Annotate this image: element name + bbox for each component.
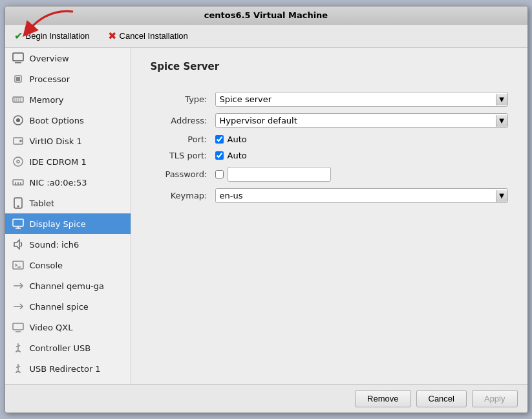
controller-usb-icon [12,341,25,354]
sidebar-item-display-spice[interactable]: Display Spice [5,213,131,234]
port-auto-row: Auto [215,134,508,144]
address-dropdown[interactable]: Hypervisor default ▼ [215,113,508,128]
boot-options-label: Boot Options [30,116,84,125]
sidebar-item-controller-usb[interactable]: Controller USB [5,338,131,358]
display-spice-label: Display Spice [30,219,86,229]
port-row: Port: Auto [151,134,508,144]
sidebar-item-ide-cdrom[interactable]: IDE CDROM 1 [5,151,131,172]
title-bar: centos6.5 Virtual Machine [5,6,527,25]
password-input[interactable] [228,167,331,182]
keymap-label: Keymap: [151,188,215,203]
main-panel: Spice Server Type: Spice server ▼ Addres… [131,48,527,384]
type-dropdown[interactable]: Spice server ▼ [215,92,508,107]
ide-cdrom-icon [12,155,25,168]
sidebar-item-sound[interactable]: Sound: ich6 [5,234,131,255]
channel-qemu-label: Channel qemu-ga [30,281,105,291]
keymap-row: Keymap: en-us ▼ [151,188,508,203]
virtio-disk-label: VirtIO Disk 1 [30,136,82,146]
port-auto-checkbox[interactable] [215,135,224,144]
sidebar-item-boot-options[interactable]: Boot Options [5,110,131,131]
sidebar-item-video-qxl[interactable]: Video QXL [5,317,131,338]
address-control: Hypervisor default ▼ [215,113,508,128]
sidebar-item-channel-spice[interactable]: Channel spice [5,296,131,317]
sidebar-item-tablet[interactable]: Tablet [5,193,131,213]
usb-redirector-1-icon [12,362,25,375]
apply-button[interactable]: Apply [472,390,518,407]
spice-form: Type: Spice server ▼ Address: Hypervisor… [151,85,508,210]
svg-point-20 [17,206,19,208]
svg-point-13 [14,157,23,166]
cancel-installation-button[interactable]: ✖ Cancel Installation [105,28,191,43]
processor-label: Processor [30,74,70,84]
bottom-bar: Remove Cancel Apply [5,384,527,413]
password-label: Password: [151,167,215,182]
content-area: OverviewProcessorMemoryBoot OptionsVirtI… [5,48,527,384]
remove-label: Remove [367,394,398,403]
console-icon [12,259,25,272]
type-dropdown-arrow: ▼ [496,94,507,105]
tablet-icon [12,197,25,210]
cancel-installation-label: Cancel Installation [120,31,188,41]
memory-label: Memory [30,95,64,105]
type-value: Spice server [220,94,492,104]
toolbar: ✔ Begin Installation ✖ Cancel Installati… [5,25,527,48]
svg-rect-3 [16,77,20,81]
svg-rect-4 [13,97,23,102]
type-row: Type: Spice server ▼ [151,92,508,107]
overview-label: Overview [30,54,69,63]
window-title: centos6.5 Virtual Machine [204,10,328,20]
password-row: Password: [151,167,508,182]
nic-icon [12,176,25,189]
password-checkbox[interactable] [215,170,224,178]
memory-icon [12,93,25,106]
svg-point-10 [16,118,20,122]
sidebar-item-console[interactable]: Console [5,255,131,275]
overview-icon [12,52,25,65]
keymap-value: en-us [220,191,492,200]
remove-button[interactable]: Remove [355,390,410,407]
tablet-label: Tablet [30,199,55,208]
cancel-label: Cancel [429,394,454,403]
main-window: centos6.5 Virtual Machine ✔ Begin Instal… [5,6,528,413]
keymap-dropdown-arrow: ▼ [496,190,507,202]
panel-title: Spice Server [151,61,508,72]
tls-auto-row: Auto [215,151,508,160]
begin-installation-label: Begin Installation [26,31,90,41]
sound-label: Sound: ich6 [30,240,80,250]
address-dropdown-arrow: ▼ [496,115,507,127]
virtio-disk-icon [12,134,25,147]
sidebar-item-usb-redirector-2[interactable]: USB Redirector 2 [5,379,131,384]
type-control: Spice server ▼ [215,92,508,107]
processor-icon [12,72,25,85]
sidebar-item-overview[interactable]: Overview [5,48,131,69]
keymap-dropdown[interactable]: en-us ▼ [215,188,508,203]
tls-port-row: TLS port: Auto [151,151,508,160]
nic-label: NIC :a0:0e:53 [30,178,87,188]
svg-point-14 [17,160,19,163]
channel-spice-label: Channel spice [30,302,89,312]
video-qxl-icon [12,321,25,334]
sidebar-item-virtio-disk[interactable]: VirtIO Disk 1 [5,131,131,151]
video-qxl-label: Video QXL [30,323,73,332]
tls-auto-checkbox[interactable] [215,151,224,160]
sidebar-item-memory[interactable]: Memory [5,89,131,110]
ide-cdrom-label: IDE CDROM 1 [30,157,87,167]
sidebar-item-usb-redirector-1[interactable]: USB Redirector 1 [5,358,131,379]
sidebar-item-processor[interactable]: Processor [5,69,131,89]
address-label: Address: [151,113,215,128]
tls-port-label: TLS port: [151,151,215,160]
cancel-button[interactable]: Cancel [416,390,467,407]
begin-installation-button[interactable]: ✔ Begin Installation [12,28,92,43]
sidebar-item-channel-qemu[interactable]: Channel qemu-ga [5,275,131,296]
sound-icon [12,238,25,251]
tls-port-control: Auto [215,151,508,160]
sidebar-item-nic[interactable]: NIC :a0:0e:53 [5,172,131,193]
sidebar: OverviewProcessorMemoryBoot OptionsVirtI… [5,48,131,384]
port-auto-label: Auto [228,134,247,144]
password-control [215,167,508,182]
svg-rect-29 [13,323,23,330]
address-value: Hypervisor default [220,116,492,125]
svg-rect-21 [13,219,23,226]
channel-spice-icon [12,300,25,313]
port-control: Auto [215,134,508,144]
